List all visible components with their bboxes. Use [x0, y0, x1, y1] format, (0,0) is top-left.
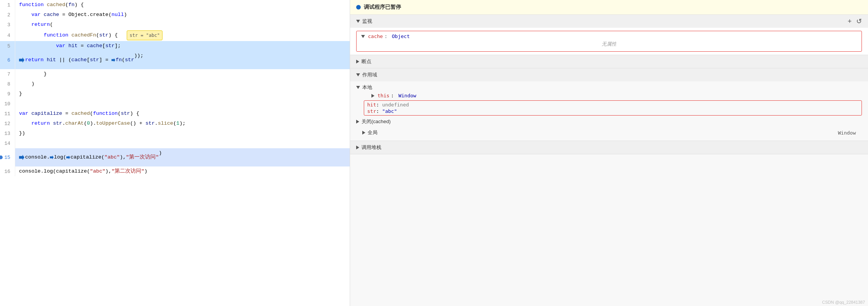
- breakpoints-section-header[interactable]: 断点: [350, 55, 868, 68]
- line-content-3: return(: [15, 20, 350, 30]
- callstack-header-left: 调用堆栈: [356, 144, 381, 151]
- line-number-7: 7: [0, 69, 15, 79]
- code-line-9: 9 }: [0, 89, 350, 99]
- scope-local-header: 本地: [356, 83, 862, 92]
- mini-arrow-capitalize-icon: [66, 155, 70, 159]
- line-number-3: 3: [0, 20, 15, 30]
- scope-local-expand-icon: [356, 86, 360, 89]
- line-number-2: 2: [0, 10, 15, 20]
- watch-section: 监视 + ↺ cache : Object 无属性: [350, 15, 868, 55]
- code-line-7: 7 }: [0, 69, 350, 79]
- line-number-10: 10: [0, 99, 15, 109]
- scope-expand-icon: [356, 73, 360, 76]
- code-line-6: 6 return hit || (cache[str] = fn(str));: [0, 51, 350, 69]
- scope-closed-header: 关闭(cached): [356, 117, 862, 126]
- watch-section-header[interactable]: 监视 + ↺: [350, 15, 868, 28]
- line-content-15: console.log(capitalize("abc"),"第一次访问"): [15, 148, 350, 166]
- scope-section-header[interactable]: 作用域: [350, 68, 868, 81]
- line-number-9: 9: [0, 89, 15, 99]
- callstack-expand-icon: [356, 146, 359, 149]
- line-content-2: var cache = Object.create(null): [15, 10, 350, 20]
- line-content-12: return str.charAt(0).toUpperCase() + str…: [15, 119, 350, 128]
- code-line-2: 2 var cache = Object.create(null): [0, 10, 350, 20]
- line-number-1: 1: [0, 0, 15, 10]
- code-line-11: 11 var capitalize = cached(function(str)…: [0, 109, 350, 119]
- var-str-key: str: [367, 108, 376, 114]
- line-number-16: 16: [0, 166, 15, 176]
- mini-arrow-icon: [111, 58, 115, 62]
- scope-closed: 关闭(cached): [356, 117, 862, 126]
- code-line-16: 16 console.log(capitalize("abc"),"第二次访问"…: [0, 166, 350, 176]
- watch-refresh-button[interactable]: ↺: [856, 18, 862, 25]
- mini-arrow-log-icon: [50, 155, 54, 159]
- watch-title: 监视: [362, 18, 372, 25]
- var-str-value: "abc": [382, 108, 397, 114]
- watch-add-button[interactable]: +: [847, 18, 852, 25]
- watch-colon: :: [384, 33, 390, 39]
- line-content-9: }: [15, 89, 350, 99]
- scope-header-left: 作用域: [356, 71, 377, 78]
- code-editor[interactable]: 1 function cached(fn) { 2 var cache = Ob…: [0, 0, 350, 306]
- callstack-section-header[interactable]: 调用堆栈: [350, 141, 868, 154]
- line-content-14: [15, 138, 350, 148]
- scope-local: 本地 this : Window hit :: [356, 83, 862, 116]
- this-expand-icon: [371, 94, 374, 98]
- code-line-12: 12 return str.charAt(0).toUpperCase() + …: [0, 119, 350, 128]
- line-number-12: 12: [0, 119, 15, 128]
- code-line-15: 15 console.log(capitalize("abc"),"第一次访问"…: [0, 148, 350, 166]
- this-key: this: [377, 93, 389, 98]
- no-properties-text: 无属性: [361, 39, 857, 49]
- watch-item-cache: cache : Object 无属性: [356, 31, 862, 52]
- watch-header-left: 监视: [356, 18, 372, 25]
- scope-closed-expand-icon: [356, 120, 359, 124]
- line-number-14: 14: [0, 138, 15, 148]
- scope-section: 作用域 本地 this : Window: [350, 68, 868, 141]
- line-content-11: var capitalize = cached(function(str) {: [15, 109, 350, 119]
- line-content-1: function cached(fn) {: [15, 0, 350, 10]
- breakpoints-section: 断点: [350, 55, 868, 68]
- scope-closed-title: 关闭(cached): [362, 118, 391, 125]
- code-line-1: 1 function cached(fn) {: [0, 0, 350, 10]
- breakpoints-expand-icon: [356, 60, 359, 63]
- line-content-6: return hit || (cache[str] = fn(str));: [15, 51, 350, 69]
- line-content-13: }): [15, 128, 350, 138]
- this-value: Window: [398, 93, 416, 98]
- breakpoints-header-left: 断点: [356, 58, 371, 65]
- callstack-section: 调用堆栈: [350, 141, 868, 154]
- code-line-10: 10: [0, 99, 350, 109]
- debug-status-dot: [356, 5, 361, 10]
- scope-global-left: 全局: [362, 129, 377, 136]
- scope-local-vars: this : Window hit : undefined str: [364, 92, 862, 116]
- line-content-5: var hit = cache[str];: [15, 41, 350, 51]
- scope-this-row: this : Window: [371, 92, 862, 99]
- debug-panel: 调试程序已暂停 监视 + ↺ cache : Object 无属性: [350, 0, 868, 306]
- code-line-14: 14: [0, 138, 350, 148]
- watch-content: cache : Object 无属性: [350, 28, 868, 55]
- code-lines: 1 function cached(fn) { 2 var cache = Ob…: [0, 0, 350, 306]
- breakpoints-title: 断点: [362, 58, 371, 65]
- watch-key-cache: cache: [368, 33, 383, 39]
- watch-expand-icon: [356, 20, 360, 23]
- execution-arrow-icon: [19, 57, 24, 63]
- line-number-15: 15: [0, 148, 15, 166]
- execution-arrow-15-icon: [19, 155, 24, 160]
- var-hit-key: hit: [367, 102, 376, 108]
- watch-actions: + ↺: [847, 18, 862, 25]
- line-number-5: 5: [0, 41, 15, 51]
- scope-global-expand-icon: [362, 131, 365, 135]
- var-hit-value: undefined: [382, 102, 409, 108]
- scope-global-title: 全局: [368, 129, 377, 136]
- scope-content: 本地 this : Window hit :: [350, 81, 868, 141]
- this-colon: :: [391, 93, 397, 98]
- line-content-16: console.log(capitalize("abc"),"第二次访问"): [15, 166, 350, 176]
- line-content-4: function cachedFn(str) { str = "abc": [15, 30, 350, 41]
- line-number-6: 6: [0, 51, 15, 69]
- line-content-7: }: [15, 69, 350, 79]
- code-line-4: 4 function cachedFn(str) { str = "abc": [0, 30, 350, 41]
- var-str-colon: :: [376, 108, 382, 114]
- line-number-8: 8: [0, 79, 15, 89]
- scope-var-str: str : "abc": [367, 108, 858, 114]
- debug-status-text: 调试程序已暂停: [364, 4, 401, 11]
- code-line-5: 5 var hit = cache[str];: [0, 41, 350, 51]
- scope-global: 全局 Window: [356, 128, 862, 138]
